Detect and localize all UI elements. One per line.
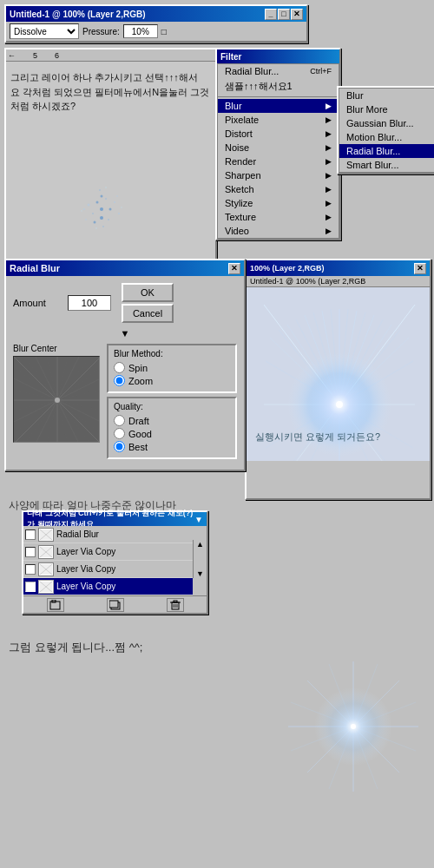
menu-item-noise[interactable]: Noise ▶	[218, 141, 339, 155]
blur-center-canvas[interactable]	[13, 356, 100, 443]
svg-point-11	[118, 213, 120, 214]
layer-icon-copy1	[38, 545, 54, 559]
ps-image-title: 100% (Layer 2,RGB)	[250, 264, 325, 273]
svg-point-8	[101, 195, 103, 198]
zoom-radio[interactable]	[114, 375, 125, 386]
menu-divider	[218, 96, 339, 97]
layer-icon-radial	[38, 528, 54, 542]
svg-point-18	[95, 227, 97, 229]
spin-radio[interactable]	[114, 362, 125, 373]
draft-radio[interactable]	[114, 415, 125, 426]
ps-image-close[interactable]: ✕	[414, 263, 426, 274]
blur-item-smart[interactable]: Smart Blur...	[339, 158, 434, 172]
layer-row-copy2[interactable]: Layer Via Copy	[23, 561, 193, 578]
layer-row-copy3[interactable]: Layer Via Copy	[23, 578, 193, 595]
svg-point-14	[102, 226, 104, 227]
filter-menu-window: Filter Radial Blur... Ctrl+F 샘플↑↑↑해서요1 B…	[215, 48, 341, 240]
menu-item-stylize[interactable]: Stylize ▶	[218, 196, 339, 210]
layer-checkbox-copy2[interactable]	[25, 564, 36, 575]
scroll-down-btn[interactable]: ▼	[194, 569, 207, 578]
layer-row-radial[interactable]: Radial Blur	[23, 526, 193, 543]
layer-checkbox-copy1[interactable]	[25, 547, 36, 557]
menu-item-sketch[interactable]: Sketch ▶	[218, 182, 339, 196]
menu-item-sharpen[interactable]: Sharpen ▶	[218, 168, 339, 182]
layer-panel-bottom	[23, 595, 207, 613]
draft-radio-row: Draft	[114, 415, 230, 426]
menu-item-pixelate[interactable]: Pixelate ▶	[218, 113, 339, 127]
new-layer-icon	[109, 600, 122, 610]
blur-item-gaussian[interactable]: Gaussian Blur...	[339, 116, 434, 130]
svg-rect-115	[174, 601, 177, 602]
good-radio[interactable]	[114, 428, 125, 439]
filter-menu-content: Radial Blur... Ctrl+F 샘플↑↑↑해서요1 Blur ▶ P…	[217, 63, 339, 239]
maximize-button[interactable]: □	[278, 9, 290, 20]
canvas-window: ← 5 6 그리고 레이어 하나 추가시키고 선택↑↑↑해서 요 각처럼 되었으…	[4, 48, 217, 278]
layer-icon-copy2	[38, 562, 54, 576]
svg-point-0	[100, 207, 103, 211]
layer-row-copy1[interactable]: Layer Via Copy	[23, 543, 193, 561]
menu-item-radial-blur-recent[interactable]: Radial Blur... Ctrl+F	[218, 64, 339, 78]
menu-item-distort[interactable]: Distort ▶	[218, 127, 339, 141]
menu-item-video[interactable]: Video ▶	[218, 224, 339, 238]
blur-item-blur-more[interactable]: Blur More	[339, 102, 434, 116]
layer-thumbnail-icon-copy2	[40, 564, 52, 575]
svg-point-54	[55, 398, 60, 403]
radial-blur-dialog: Radial Blur ✕ Amount OK Cancel ▼ Blur Ce…	[4, 259, 246, 471]
svg-point-1	[96, 201, 99, 204]
blur-item-blur[interactable]: Blur	[339, 89, 434, 102]
dialog-close-button[interactable]: ✕	[228, 263, 240, 274]
layer-checkbox-copy3[interactable]	[25, 582, 36, 592]
amount-buttons: OK Cancel	[122, 283, 174, 323]
pressure-input[interactable]	[123, 24, 158, 38]
blend-mode-select[interactable]: Dissolve	[10, 23, 79, 39]
cancel-button[interactable]: Cancel	[122, 304, 174, 323]
good-label: Good	[128, 429, 152, 439]
best-radio-row: Best	[114, 441, 230, 452]
dlg-main-area: Blur Center	[13, 344, 237, 463]
minimize-button[interactable]: _	[265, 9, 277, 20]
layer-scrollbar[interactable]: ▲ ▼	[193, 540, 207, 578]
ps-image-window: 100% (Layer 2,RGB) ✕ Untitled-1 @ 100% (…	[245, 259, 431, 500]
ps-image-titlebar: 100% (Layer 2,RGB) ✕	[247, 260, 430, 276]
menu-item-fade[interactable]: 샘플↑↑↑해서요1	[218, 78, 339, 95]
quality-group: Quality: Draft Good Best	[107, 397, 237, 459]
svg-point-6	[88, 204, 90, 207]
close-button[interactable]: ✕	[291, 9, 303, 20]
radial-blur-titlebar: Radial Blur ✕	[6, 260, 244, 276]
svg-point-3	[109, 208, 112, 211]
ps-title: Untitled-1 @ 100% (Layer 2,RGB)	[10, 10, 265, 19]
quality-title: Quality:	[114, 402, 230, 411]
layer-thumbnail-icon	[40, 529, 52, 540]
best-radio[interactable]	[114, 441, 125, 452]
layer-thumbnail-icon-copy1	[40, 547, 52, 557]
blur-item-radial[interactable]: Radial Blur...	[339, 144, 434, 158]
layer-btn-new-layer[interactable]	[107, 598, 124, 612]
layer-name-copy1: Layer Via Copy	[56, 547, 191, 556]
layer-btn-delete[interactable]	[167, 598, 184, 612]
layer-panel-arrow: ▼	[194, 515, 203, 524]
blur-center-label: Blur Center	[13, 344, 100, 353]
toolbar-extras: □	[161, 27, 167, 36]
svg-point-4	[92, 213, 94, 214]
radial-blur-title: Radial Blur	[10, 263, 228, 273]
layer-btn-new-set[interactable]	[47, 598, 64, 612]
new-set-icon	[49, 600, 62, 610]
ok-button[interactable]: OK	[122, 283, 174, 302]
dialog-controls: ✕	[228, 263, 240, 274]
blur-item-motion[interactable]: Motion Blur...	[339, 130, 434, 144]
ruler: ← 5 6	[6, 49, 215, 62]
result-text: 그럼 요렇게 됩니다...쩜 ^^;	[9, 638, 142, 657]
amount-input[interactable]	[68, 295, 111, 311]
blur-method-title: Blur Method:	[114, 349, 230, 358]
menu-item-texture[interactable]: Texture ▶	[218, 210, 339, 224]
svg-point-7	[114, 201, 115, 203]
toolbar-row: Dissolve Pressure: □	[6, 22, 306, 42]
menu-item-blur[interactable]: Blur ▶	[218, 99, 339, 113]
menu-item-render[interactable]: Render ▶	[218, 155, 339, 168]
layer-checkbox-radial[interactable]	[25, 529, 36, 540]
scroll-up-btn[interactable]: ▲	[194, 540, 207, 549]
pressure-label: Pressure:	[82, 27, 120, 36]
amount-row: Amount OK Cancel	[13, 283, 237, 323]
ps-canvas-text: 실행시키면 요렇게 되거든요?	[255, 431, 380, 444]
layer-name-copy2: Layer Via Copy	[56, 564, 191, 574]
